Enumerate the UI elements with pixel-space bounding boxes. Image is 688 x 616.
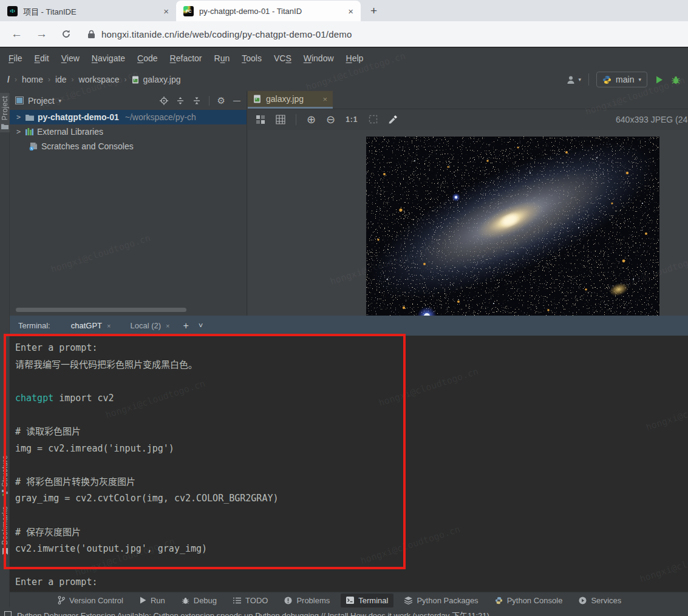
expand-all-icon[interactable]: [176, 96, 185, 105]
transparency-checkerboard-icon[interactable]: [256, 115, 265, 124]
menu-vcs[interactable]: VCS: [268, 51, 298, 66]
toolwindow-services[interactable]: Services: [573, 594, 627, 608]
menu-run[interactable]: Run: [208, 51, 236, 66]
horizontal-scrollbar[interactable]: [16, 308, 186, 312]
tab-close-icon[interactable]: ×: [348, 6, 353, 16]
divider: [296, 114, 296, 125]
caret-down-icon[interactable]: ▾: [59, 98, 62, 104]
folder-icon: [26, 114, 34, 121]
menu-edit[interactable]: Edit: [29, 51, 55, 66]
toolwindow-run[interactable]: Run: [134, 594, 171, 608]
user-icon[interactable]: ▾: [567, 75, 582, 84]
terminal-tab-chatgpt[interactable]: chatGPT ×: [66, 316, 116, 336]
packages-icon: [404, 597, 412, 604]
project-panel-title[interactable]: Project: [28, 96, 55, 106]
breadcrumb-sep: ›: [48, 75, 50, 84]
toolwindow-label: Run: [151, 596, 165, 605]
menu-window[interactable]: Window: [298, 51, 340, 66]
menu-help[interactable]: Help: [340, 51, 370, 66]
toolwindow-label: TODO: [245, 596, 268, 605]
breadcrumb-home[interactable]: home: [22, 75, 43, 84]
tree-item-label: Scratches and Consoles: [41, 141, 134, 151]
browser-tab-ide[interactable]: PC py-chatgpt-demo-01 - TitanID ×: [176, 1, 361, 21]
close-icon[interactable]: ×: [107, 322, 111, 330]
zoom-out-icon[interactable]: ⊖: [326, 113, 335, 126]
image-file-icon: [253, 95, 262, 103]
grid-icon[interactable]: [276, 115, 285, 124]
image-canvas: [248, 130, 688, 316]
menu-tools[interactable]: Tools: [236, 51, 268, 66]
breadcrumb-ide[interactable]: ide: [55, 75, 67, 84]
breadcrumb-root[interactable]: /: [7, 75, 10, 84]
galaxy-image[interactable]: [366, 137, 659, 316]
caret-down-icon: ▾: [638, 76, 641, 83]
editor-tab-galaxy[interactable]: galaxy.jpg ×: [248, 91, 333, 109]
back-icon[interactable]: ←: [11, 27, 22, 41]
browser-tab-home[interactable]: ‹t› 项目 - TitanIDE ×: [0, 1, 176, 21]
zoom-in-icon[interactable]: ⊕: [307, 113, 316, 126]
tab-close-icon[interactable]: ×: [163, 6, 169, 16]
run-button[interactable]: [655, 75, 664, 84]
annotation-red-box: [4, 334, 406, 569]
frame-icon: [4, 611, 12, 616]
project-tool-window: Project ▾ ⚙ — > py-chatgpt-demo-01 ~/wor…: [10, 91, 247, 316]
menu-code[interactable]: Code: [131, 51, 163, 66]
titanide-favicon: ‹t›: [7, 6, 18, 16]
terminal-icon: [346, 597, 354, 604]
fit-zoom-icon[interactable]: [369, 115, 378, 124]
breadcrumb-workspace[interactable]: workspace: [79, 75, 120, 84]
problems-icon: [284, 597, 292, 604]
menu-refactor[interactable]: Refactor: [164, 51, 208, 66]
toolwindow-debug[interactable]: Debug: [176, 594, 222, 608]
toolwindow-problems[interactable]: Problems: [279, 594, 335, 608]
tree-item-path: ~/workspace/py-ch: [125, 112, 196, 122]
tree-row-external-libraries[interactable]: > External Libraries: [10, 124, 247, 139]
menu-view[interactable]: View: [55, 51, 86, 66]
lock-icon: [87, 30, 95, 39]
toolwindow-label: Python Console: [507, 596, 563, 605]
tree-row-project-root[interactable]: > py-chatgpt-demo-01 ~/workspace/py-ch: [10, 110, 247, 124]
new-terminal-icon[interactable]: +: [183, 320, 189, 331]
menu-file[interactable]: File: [2, 51, 29, 66]
run-configuration-select[interactable]: main ▾: [596, 72, 647, 87]
toolwindow-version-control[interactable]: Version Control: [52, 594, 129, 608]
terminal-line: Enter a prompt:: [15, 574, 688, 591]
terminal-dropdown-icon[interactable]: ˅: [199, 321, 203, 330]
stripe-button-project[interactable]: Project: [0, 93, 10, 132]
menu-navigate[interactable]: Navigate: [86, 51, 131, 66]
browser-tab-title: py-chatgpt-demo-01 - TitanID: [199, 7, 343, 16]
reload-icon[interactable]: [61, 29, 72, 39]
close-icon[interactable]: ×: [322, 95, 327, 104]
python-icon: [602, 75, 611, 84]
screen: { "browser": { "tabs": [ { "title": "项目 …: [0, 0, 688, 616]
breadcrumb-file[interactable]: galaxy.jpg: [143, 75, 181, 84]
divider: [588, 73, 589, 86]
status-message[interactable]: Python Debugger Extension Available: Cyt…: [17, 609, 489, 616]
eyedropper-icon[interactable]: [388, 115, 398, 124]
breadcrumb-sep: ›: [72, 75, 74, 84]
tree-row-scratches[interactable]: Scratches and Consoles: [10, 139, 247, 154]
forward-icon[interactable]: →: [36, 27, 47, 41]
collapse-all-icon[interactable]: [192, 96, 201, 105]
toolwindow-terminal[interactable]: Terminal: [341, 594, 393, 608]
settings-gear-icon[interactable]: ⚙: [217, 95, 225, 106]
debug-button[interactable]: [671, 75, 681, 84]
browser-tab-title: 项目 - TitanIDE: [23, 5, 158, 17]
close-icon[interactable]: ×: [166, 322, 169, 330]
expand-chevron-icon[interactable]: >: [15, 127, 22, 136]
hide-panel-icon[interactable]: —: [233, 96, 240, 105]
toolwindow-python-packages[interactable]: Python Packages: [399, 594, 483, 608]
caret-down-icon: ▾: [579, 76, 582, 83]
image-file-icon: [132, 76, 140, 84]
locate-file-icon[interactable]: [160, 96, 168, 105]
terminal-tab-local[interactable]: Local (2) ×: [125, 316, 174, 336]
expand-chevron-icon[interactable]: >: [15, 113, 22, 121]
breadcrumb-sep: ›: [15, 75, 17, 84]
toolwindow-todo[interactable]: TODO: [228, 594, 273, 608]
new-tab-button[interactable]: +: [370, 5, 377, 16]
services-icon: [579, 597, 587, 604]
terminal-header: Terminal: chatGPT × Local (2) × + ˅: [0, 316, 688, 336]
toolwindow-python-console[interactable]: Python Console: [489, 594, 568, 608]
url-text[interactable]: hongxi.titanide.cn/ide/web/coding/py-cha…: [101, 29, 352, 39]
actual-size-icon[interactable]: 1:1: [346, 115, 358, 124]
